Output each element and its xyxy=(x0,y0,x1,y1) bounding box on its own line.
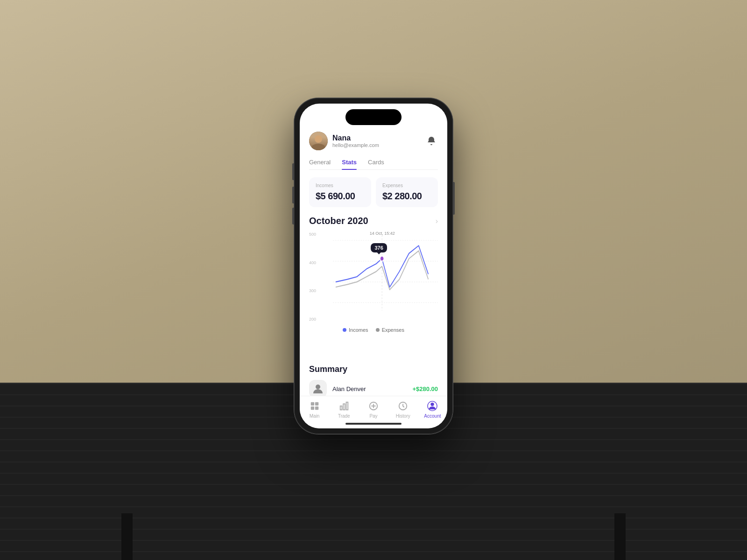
summary-icon-person xyxy=(309,380,327,398)
nav-icon-main xyxy=(309,400,320,412)
chart-title: October 2020 xyxy=(309,216,368,226)
nav-item-trade[interactable]: Trade xyxy=(329,400,359,419)
chart-tooltip: 376 xyxy=(371,243,387,252)
nav-icon-account xyxy=(427,400,438,412)
legend-expenses: Expenses xyxy=(376,327,404,333)
expenses-value: $2 280.00 xyxy=(382,191,431,202)
table-leg-left xyxy=(121,513,133,560)
summary-item-alan[interactable]: Alan Denver +$280.00 xyxy=(309,380,438,398)
svg-rect-10 xyxy=(315,406,318,410)
svg-point-5 xyxy=(380,256,384,261)
bell-icon[interactable] xyxy=(425,134,438,147)
home-indicator xyxy=(345,423,402,425)
dynamic-island xyxy=(345,109,402,125)
summary-amount-alan: +$280.00 xyxy=(412,385,438,392)
chart-area: 14 Oct, 15:42 500 400 300 200 xyxy=(309,230,438,323)
tab-stats[interactable]: Stats xyxy=(342,159,357,169)
chart-legend: Incomes Expenses xyxy=(309,327,438,333)
user-email: hello@example.com xyxy=(332,142,379,148)
y-label-300: 300 xyxy=(309,288,316,293)
svg-rect-8 xyxy=(315,402,318,406)
svg-rect-12 xyxy=(343,404,345,410)
y-label-400: 400 xyxy=(309,260,316,265)
user-name: Nana xyxy=(332,134,379,142)
incomes-card: Incomes $5 690.00 xyxy=(309,177,371,207)
incomes-value: $5 690.00 xyxy=(316,191,365,202)
incomes-label: Incomes xyxy=(316,183,365,188)
nav-item-history[interactable]: History xyxy=(388,400,418,419)
expenses-label: Expenses xyxy=(382,183,431,188)
header: Nana hello@example.com xyxy=(309,132,438,150)
legend-dot-incomes xyxy=(343,328,346,332)
tabs: General Stats Cards xyxy=(309,159,438,170)
table-leg-right xyxy=(614,513,626,560)
nav-item-account[interactable]: Account xyxy=(418,400,447,419)
svg-rect-11 xyxy=(340,406,342,410)
svg-rect-13 xyxy=(346,402,348,410)
svg-rect-9 xyxy=(310,406,314,410)
chart-nav-icon[interactable]: › xyxy=(436,217,438,225)
summary-name-alan: Alan Denver xyxy=(332,385,407,392)
legend-dot-expenses xyxy=(376,328,380,332)
chart-header: October 2020 › xyxy=(309,216,438,226)
y-axis: 500 400 300 200 xyxy=(309,230,316,323)
nav-label-history: History xyxy=(396,413,410,419)
svg-point-18 xyxy=(431,403,434,406)
y-label-200: 200 xyxy=(309,317,316,322)
summary-title: Summary xyxy=(309,364,438,374)
avatar xyxy=(309,132,328,150)
phone: Nana hello@example.com General Stats xyxy=(294,98,453,434)
legend-label-incomes: Incomes xyxy=(349,327,368,333)
y-label-500: 500 xyxy=(309,232,316,237)
nav-label-account: Account xyxy=(424,413,441,419)
legend-incomes: Incomes xyxy=(343,327,368,333)
nav-icon-trade xyxy=(338,400,350,412)
nav-icon-history xyxy=(397,400,409,412)
svg-rect-7 xyxy=(310,402,314,406)
expenses-card: Expenses $2 280.00 xyxy=(376,177,438,207)
tab-general[interactable]: General xyxy=(309,159,331,169)
chart-date-label: 14 Oct, 15:42 xyxy=(370,231,395,236)
stats-cards: Incomes $5 690.00 Expenses $2 280.00 xyxy=(309,177,438,207)
nav-icon-pay xyxy=(368,400,379,412)
user-info: Nana hello@example.com xyxy=(309,132,379,150)
tab-cards[interactable]: Cards xyxy=(368,159,384,169)
nav-label-main: Main xyxy=(310,413,320,419)
nav-item-main[interactable]: Main xyxy=(300,400,329,419)
nav-item-pay[interactable]: Pay xyxy=(359,400,388,419)
nav-label-pay: Pay xyxy=(369,413,377,419)
chart-section: October 2020 › 14 Oct, 15:42 500 400 300… xyxy=(309,216,438,364)
svg-point-6 xyxy=(316,385,320,389)
legend-label-expenses: Expenses xyxy=(382,327,404,333)
nav-label-trade: Trade xyxy=(338,413,350,419)
